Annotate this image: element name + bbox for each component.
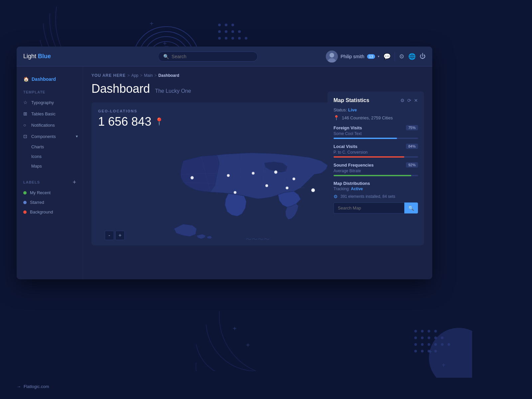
foreign-visits-bar [333,138,397,139]
svg-point-11 [245,37,247,40]
svg-point-17 [421,336,424,339]
foreign-visits-bar-bg [333,138,418,139]
stat-item-foreign-visits: Foreign Visits 75% Some Cool Text [333,125,418,139]
sound-freq-sublabel: Average Bitrate [333,169,418,173]
stat-label-row-foreign: Foreign Visits 75% [333,125,418,130]
tables-label: Tables Basic [31,111,56,116]
settings-icon[interactable]: ⚙ [399,53,404,60]
sidebar-item-typography[interactable]: ☆ Typography [17,97,83,108]
stats-title-bold: Statistics [345,97,369,103]
svg-point-20 [441,336,444,339]
starred-dot [23,201,27,204]
sidebar-child-charts[interactable]: Charts [17,142,83,152]
svg-point-26 [448,343,450,346]
stats-refresh-icon[interactable]: ⟳ [407,98,411,103]
breadcrumb-prefix: YOU ARE HERE [91,73,126,78]
user-info[interactable]: Philip smith 13 ▾ [326,51,379,63]
sidebar-template-section: TEMPLATE [17,85,83,97]
stats-icons: ⚙ ⟳ ✕ [400,98,418,103]
components-icon: ⊡ [23,134,29,139]
svg-point-22 [421,343,424,346]
typography-label: Typography [31,100,54,105]
svg-point-45 [274,171,278,174]
svg-point-24 [434,343,437,346]
svg-point-4 [225,30,227,33]
svg-point-5 [231,30,234,33]
bg-plus-6: + [442,361,446,369]
map-dist-label: Map Distributions [333,181,418,186]
svg-point-21 [414,343,417,346]
bg-circles-bottom [193,305,319,372]
geo-count-value: 1 656 843 [98,115,151,129]
labels-add-button[interactable]: + [72,179,76,185]
svg-point-42 [191,176,194,180]
breadcrumb-sep-3: > [154,73,157,78]
notifications-label: Notifications [31,123,55,128]
stats-gear-icon[interactable]: ⚙ [400,98,405,103]
footer-link[interactable]: → Flatlogic.com [17,384,49,389]
header-search-area: 🔍 [90,52,326,62]
labels-section: LABELS + My Recent Starred Background [17,174,83,217]
sound-freq-bar-bg [333,175,418,176]
search-map-input[interactable] [333,202,404,213]
label-item-starred[interactable]: Starred [17,198,83,207]
search-input[interactable] [172,54,245,59]
label-item-my-recent[interactable]: My Recent [17,188,83,198]
sidebar: 🏠 Dashboard TEMPLATE ☆ Typography ⊞ Tabl… [17,66,83,279]
local-visits-label: Local Visits [333,144,357,149]
dashboard-label: Dashboard [32,76,56,82]
svg-point-47 [286,187,288,189]
header: Light Blue 🔍 Philip smith 13 [17,47,432,66]
svg-point-25 [441,343,444,346]
map-zoom-out-button[interactable]: - [105,231,114,240]
sidebar-child-maps[interactable]: Maps [17,161,83,171]
sidebar-item-tables-basic[interactable]: ⊞ Tables Basic [17,108,83,119]
stats-panel-header: Map Statistics ⚙ ⟳ ✕ [333,97,418,103]
sidebar-item-dashboard[interactable]: 🏠 Dashboard [17,73,83,85]
breadcrumb-current: Dashboard [158,73,179,78]
svg-point-46 [293,178,295,180]
svg-point-16 [414,336,417,339]
page-subtitle: The Lucky One [155,88,191,94]
background-label: Background [30,209,53,214]
local-visits-badge: 84% [406,144,418,149]
sidebar-item-components[interactable]: ⊡ Components [17,131,83,142]
sound-freq-label: Sound Frequencies [333,163,374,168]
status-label: Status: [333,107,347,112]
status-value: Live [348,107,357,112]
pin-icon: 📍 [155,117,164,126]
sound-freq-bar [333,175,411,176]
search-map-button[interactable]: 🔍 [404,202,418,213]
map-dist-sub: Tracking: Active [333,187,418,191]
map-controls: - + [105,231,125,240]
label-item-background[interactable]: Background [17,207,83,217]
app-window: Light Blue 🔍 Philip smith 13 [17,47,432,279]
chat-icon[interactable]: 💬 [383,53,391,60]
stats-close-icon[interactable]: ✕ [414,98,418,103]
search-box[interactable]: 🔍 [158,52,258,62]
labels-header: LABELS + [17,174,83,188]
svg-point-12 [414,330,417,332]
sidebar-item-notifications[interactable]: ○ Notifications [17,119,83,131]
components-label: Components [31,134,56,139]
map-zoom-in-button[interactable]: + [115,231,125,240]
svg-point-2 [231,24,234,26]
app-body: 🏠 Dashboard TEMPLATE ☆ Typography ⊞ Tabl… [17,66,432,279]
map-distributions: Map Distributions Tracking: Active ⚙ 391… [333,181,418,213]
svg-point-18 [428,336,430,339]
stats-panel: Map Statistics ⚙ ⟳ ✕ Status: Live 📍 146 [328,91,424,219]
breadcrumb: YOU ARE HERE > App > Main > Dashboard [91,73,424,78]
tables-icon: ⊞ [23,111,29,116]
breadcrumb-main[interactable]: Main [144,73,153,78]
globe-icon[interactable]: 🌐 [408,53,416,60]
svg-point-33 [330,53,334,58]
svg-point-49 [311,189,315,192]
search-map-row: 🔍 [333,202,418,213]
stat-label-row-local: Local Visits 84% [333,144,418,149]
sidebar-child-icons[interactable]: Icons [17,152,83,161]
logo: Light Blue [23,53,90,60]
breadcrumb-app[interactable]: App [131,73,138,78]
svg-point-9 [231,37,234,40]
power-icon[interactable]: ⏻ [420,53,426,60]
bg-plus-5: + [428,348,432,356]
